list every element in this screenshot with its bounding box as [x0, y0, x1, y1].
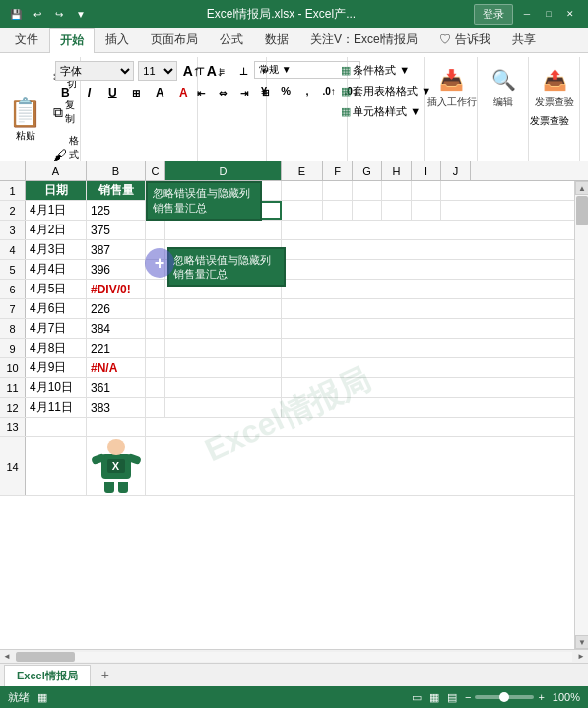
cell-D10[interactable]	[165, 358, 282, 377]
cell-B11[interactable]: 361	[87, 378, 146, 397]
cell-D11[interactable]	[165, 378, 282, 397]
cell-B3[interactable]: 375	[87, 221, 146, 239]
cell-B13[interactable]	[87, 418, 146, 436]
cell-A10[interactable]: 4月9日	[26, 358, 87, 377]
col-I-header[interactable]: I	[412, 161, 441, 180]
cell-D12[interactable]	[165, 398, 282, 417]
cell-B6-error[interactable]: #DIV/0!	[87, 280, 146, 298]
row-7-header[interactable]: 7	[0, 299, 26, 318]
cell-F2[interactable]	[323, 201, 353, 220]
cell-C7[interactable]	[146, 299, 165, 318]
row-6-header[interactable]: 6	[0, 280, 26, 298]
cell-C12[interactable]	[146, 398, 165, 417]
col-H-header[interactable]: H	[382, 161, 412, 180]
cell-J1[interactable]	[441, 181, 574, 200]
cell-F1[interactable]	[323, 181, 353, 200]
cell-A12[interactable]: 4月11日	[26, 398, 87, 417]
row-4-header[interactable]: 4	[0, 240, 26, 259]
cell-C9[interactable]	[146, 339, 165, 357]
col-C-header[interactable]: C	[146, 161, 165, 180]
col-D-header[interactable]: D	[165, 161, 282, 180]
cell-A1[interactable]: 日期	[26, 181, 87, 200]
italic-button[interactable]: I	[79, 83, 98, 102]
edit-button[interactable]: 🔍 编辑	[483, 61, 524, 112]
cell-D3[interactable]	[165, 221, 282, 239]
cell-C6[interactable]	[146, 280, 165, 298]
cell-C3[interactable]	[146, 221, 165, 239]
col-A-header[interactable]: A	[26, 161, 87, 180]
tab-insert[interactable]: 插入	[95, 27, 140, 52]
cell-B1[interactable]: 销售量	[87, 181, 146, 200]
align-center-button[interactable]: ⇔	[213, 83, 232, 102]
view-normal-icon[interactable]: ▭	[412, 691, 422, 704]
tab-custom[interactable]: 关注V：Excel情报局	[299, 27, 428, 52]
fill-color-button[interactable]: A	[150, 83, 169, 102]
tab-formulas[interactable]: 公式	[209, 27, 254, 52]
cell-E1[interactable]	[282, 181, 323, 200]
cell-I1[interactable]	[412, 181, 441, 200]
customize-icon[interactable]: ▼	[73, 6, 89, 22]
scroll-left-btn[interactable]: ◄	[0, 650, 14, 664]
cell-B10-error[interactable]: #N/A	[87, 358, 146, 377]
cell-A3[interactable]: 4月2日	[26, 221, 87, 239]
cell-A8[interactable]: 4月7日	[26, 319, 87, 338]
h-scroll-thumb[interactable]	[16, 652, 75, 662]
invoice-check-link[interactable]: 发票查验	[530, 114, 579, 128]
cell-G1[interactable]	[353, 181, 382, 200]
undo-icon[interactable]: ↩	[30, 6, 45, 22]
row-11-header[interactable]: 11	[0, 378, 26, 397]
login-button[interactable]: 登录	[474, 4, 513, 25]
cell-C8[interactable]	[146, 319, 165, 338]
cell-A14[interactable]	[26, 437, 87, 495]
paste-button[interactable]: 📋 粘贴	[6, 95, 45, 144]
cell-G2[interactable]	[353, 201, 382, 220]
zoom-in-button[interactable]: +	[538, 691, 544, 703]
scroll-down-btn[interactable]: ▼	[575, 635, 588, 649]
cell-B7[interactable]: 226	[87, 299, 146, 318]
cell-C5[interactable]	[146, 260, 165, 279]
align-middle-button[interactable]: ≡	[213, 61, 232, 81]
scroll-up-btn[interactable]: ▲	[575, 181, 588, 195]
redo-icon[interactable]: ↪	[51, 6, 67, 22]
cell-D1-merged[interactable]: 忽略错误值与隐藏列销售量汇总	[167, 247, 286, 287]
underline-button[interactable]: U	[102, 83, 122, 102]
send-check-button[interactable]: 📤 发票查验	[530, 61, 579, 112]
view-pagebreak-icon[interactable]: ▦	[429, 691, 439, 704]
border-button[interactable]: ⊞	[126, 83, 146, 102]
col-E-header[interactable]: E	[282, 161, 323, 180]
cell-A4[interactable]: 4月3日	[26, 240, 87, 259]
v-scroll-thumb[interactable]	[576, 196, 588, 225]
tab-file[interactable]: 文件	[4, 27, 49, 52]
row-12-header[interactable]: 12	[0, 398, 26, 417]
zoom-out-button[interactable]: −	[465, 691, 471, 703]
cell-J2[interactable]	[441, 201, 574, 220]
cell-D1-2-merged[interactable]: 忽略错误值与隐藏列销售量汇总	[146, 181, 262, 221]
view-page-icon[interactable]: ▤	[447, 691, 457, 704]
minimize-button[interactable]: ─	[517, 6, 537, 22]
cell-A2[interactable]: 4月1日	[26, 201, 87, 220]
row-2-header[interactable]: 2	[0, 201, 26, 220]
cell-B12[interactable]: 383	[87, 398, 146, 417]
font-name-select[interactable]: 字体	[55, 61, 134, 81]
maximize-button[interactable]: □	[539, 6, 558, 22]
cell-B8[interactable]: 384	[87, 319, 146, 338]
close-button[interactable]: ✕	[560, 6, 580, 22]
sheet-tab-active[interactable]: Excel情报局	[4, 665, 91, 686]
cell-C11[interactable]	[146, 378, 165, 397]
cell-B2[interactable]: 125	[87, 201, 146, 220]
row-13-header[interactable]: 13	[0, 418, 26, 436]
cell-D7[interactable]	[165, 299, 282, 318]
cell-A7[interactable]: 4月6日	[26, 299, 87, 318]
col-J-header[interactable]: J	[441, 161, 471, 180]
row-5-header[interactable]: 5	[0, 260, 26, 279]
sheet-add-tab-button[interactable]: +	[93, 663, 118, 686]
cell-B5[interactable]: 396	[87, 260, 146, 279]
row-10-header[interactable]: 10	[0, 358, 26, 377]
cell-H2[interactable]	[382, 201, 412, 220]
row-3-header[interactable]: 3	[0, 221, 26, 239]
v-scrollbar[interactable]: ▲ ▼	[574, 181, 588, 649]
tab-home[interactable]: 开始	[49, 28, 95, 53]
cell-C10[interactable]	[146, 358, 165, 377]
cell-A5[interactable]: 4月4日	[26, 260, 87, 279]
cell-A13[interactable]	[26, 418, 87, 436]
